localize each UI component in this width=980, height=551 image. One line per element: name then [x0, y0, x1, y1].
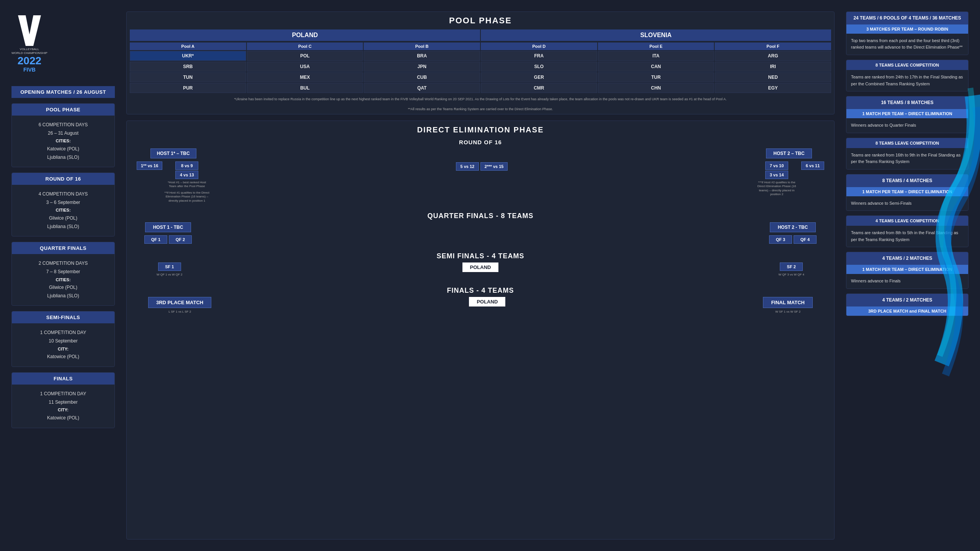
r16-cities: Gliwice (POL)Ljubliana (SLO) [16, 214, 110, 231]
qf-left-slots: QF 1 QF 2 [144, 235, 192, 244]
pool-team: USA [247, 62, 363, 72]
pool-team: MEX [247, 72, 363, 82]
pool-team: ITA [598, 51, 714, 61]
right-sf: 4 TEAMS / 2 MATCHES 1 MATCH PER TEAM – D… [846, 252, 969, 289]
sf1-sub: W QF 1 vs W QF 2 [156, 272, 183, 277]
r16-match-group-1: 1** vs 16 [137, 161, 162, 204]
r16-match1: 1** vs 16 [137, 161, 162, 170]
right-r16: 16 TEAMS / 8 MATCHES 1 MATCH PER TEAM – … [846, 96, 969, 133]
pool-header-a: Pool A [130, 42, 246, 50]
r16-match8: 6 vs 11 [801, 161, 824, 170]
pool-grid: Pool A Pool C Pool B Pool D Pool E Pool … [127, 41, 834, 95]
final-match-box: FINAL MATCH [763, 297, 813, 308]
right-r16-body: Winners advance to Quarter Finals [846, 118, 968, 133]
r16-bracket: HOST 1* – TBC 1** vs 16 8 vs 9 4 vs 13 *… [133, 148, 828, 204]
right-r16-header: 16 TEAMS / 8 MATCHES [846, 96, 968, 109]
third-place-box: 3RD PLACE MATCH [148, 297, 211, 308]
pool-footnote-1: *Ukraine has been invited to replace Rus… [127, 95, 834, 104]
pool-header-f: Pool F [715, 42, 831, 50]
finals-poland-box: POLAND [469, 297, 505, 306]
finals-bracket: 3RD PLACE MATCH L SF 1 vs L SF 2 POLAND … [133, 297, 828, 314]
pool-header-b: Pool B [364, 42, 480, 50]
right-leave1-body: Teams are ranked from 24th to 17th in th… [846, 70, 968, 91]
right-leave3-header: 4 TEAMS LEAVE COMPETITION [846, 216, 968, 226]
r16-cities-label: CITIES: [16, 207, 110, 214]
pool-team: GER [481, 72, 597, 82]
qf-days: 2 COMPETITION DAYS [16, 259, 110, 268]
qf-title: QUARTER FINALS - 8 TEAMS [133, 210, 828, 222]
qf3-slot: QF 3 [769, 235, 792, 244]
left-pool-phase-header: POOL PHASE [12, 104, 114, 116]
left-pool-phase-body: 6 COMPETITION DAYS 26 – 31 August CITIES… [12, 116, 114, 167]
r16-match-group-3: 7 vs 10 3 vs 14 ***If Host #2 qualifies … [754, 161, 800, 197]
qf-cities: Gliwice (POL)Ljubliana (SLO) [16, 284, 110, 300]
qf-host2-tbc: HOST 2 - TBC [770, 222, 816, 232]
left-qf-body: 2 COMPETITION DAYS 7 – 8 September CITIE… [12, 254, 114, 305]
host1-tbc-box: HOST 1* – TBC [150, 148, 196, 158]
right-column: 24 TEAMS / 6 POOLS OF 4 TEAMS / 36 MATCH… [842, 8, 972, 543]
right-finals-header: 4 TEAMS / 2 MATCHES [846, 294, 968, 306]
pool-header-c: Pool C [247, 42, 363, 50]
r16-note3: ***If Host #2 qualifies to the Direct El… [754, 180, 800, 197]
final-match-sub: W SF 1 vs W SF 2 [774, 310, 801, 314]
pool-team: TUR [598, 72, 714, 82]
qf-host1-tbc: HOST 1 - TBC [145, 222, 191, 232]
right-leave2: 8 TEAMS LEAVE COMPETITION Teams are rank… [846, 138, 969, 170]
qf-cities-label: CITIES: [16, 276, 110, 284]
pool-cities: Katowice (POL)Ljubliana (SLO) [16, 145, 110, 161]
pool-footnote-2: **All results as per the Teams Ranking S… [127, 104, 834, 114]
pool-team: PUR [130, 83, 246, 93]
pool-team: CUB [364, 72, 480, 82]
r16-center-matches: 5 vs 12 2*** vs 15 [456, 162, 508, 171]
r16-note2: **If Host #1 qualifies to the Direct Eli… [164, 190, 210, 204]
left-r16-body: 4 COMPETITION DAYS 3 – 6 September CITIE… [12, 185, 114, 236]
pool-cities-label: CITIES: [16, 137, 110, 145]
r16-left-matches: 1** vs 16 8 vs 9 4 vs 13 *Host #1 – best… [137, 161, 210, 204]
pool-team: BRA [364, 51, 480, 61]
right-qf-subheader: 1 MATCH PER TEAM – DIRECT ELIMINATION [846, 187, 968, 196]
pool-team: CMR [481, 83, 597, 93]
sf-right: SF 2 W QF 3 vs W QF 4 [777, 262, 805, 277]
qf-bracket: HOST 1 - TBC QF 1 QF 2 HOST 2 - TBC QF 3… [133, 222, 828, 244]
left-finals-card: FINALS 1 COMPETITION DAY 11 September CI… [11, 372, 115, 428]
sf1-slot: SF 1 [158, 262, 181, 271]
svg-marker-0 [18, 15, 41, 46]
qf-right: HOST 2 - TBC QF 3 QF 4 [769, 222, 817, 244]
de-title: DIRECT ELIMINATION PHASE [133, 126, 828, 137]
championship-text: VOLLEYBALLWORLD CHAMPIONSHIP 2022 FIVB [11, 47, 47, 73]
right-qf-header: 8 TEAMS / 4 MATCHES [846, 174, 968, 187]
pool-team: SRB [130, 62, 246, 72]
pool-team: SLO [481, 62, 597, 72]
slovenia-host-header: SLOVENIA [481, 29, 831, 41]
r16-right-side: HOST 2 – TBC 7 vs 10 3 vs 14 ***If Host … [754, 148, 824, 197]
de-section: DIRECT ELIMINATION PHASE ROUND OF 16 HOS… [126, 121, 835, 540]
r16-match2: 8 vs 9 [175, 161, 198, 170]
r16-match6: 7 vs 10 [765, 161, 788, 170]
host2-tbc-box: HOST 2 – TBC [766, 148, 812, 158]
left-r16-card: ROUND OF 16 4 COMPETITION DAYS 3 – 6 Sep… [11, 173, 115, 236]
qf2-slot: QF 2 [169, 235, 192, 244]
right-leave1-header: 8 TEAMS LEAVE COMPETITION [846, 60, 968, 70]
fivb-logo: VOLLEYBALLWORLD CHAMPIONSHIP 2022 FIVB [11, 15, 47, 73]
pool-team: EGY [715, 83, 831, 93]
pool-team: BUL [247, 83, 363, 93]
pool-hosts: POLAND SLOVENIA [127, 29, 834, 41]
r16-center-side: 5 vs 12 2*** vs 15 [456, 148, 508, 171]
pool-team: QAT [364, 83, 480, 93]
finals-dates: 11 September [16, 398, 110, 407]
sf-days: 1 COMPETITION DAY [16, 329, 110, 337]
pool-days: 6 COMPETITION DAYS [16, 121, 110, 129]
r16-left-side: HOST 1* – TBC 1** vs 16 8 vs 9 4 vs 13 *… [137, 148, 210, 204]
pool-team: CHN [598, 83, 714, 93]
left-qf-header: QUARTER FINALS [12, 242, 114, 254]
right-leave2-header: 8 TEAMS LEAVE COMPETITION [846, 138, 968, 148]
finals-city: Katowice (POL) [16, 414, 110, 422]
sf-city-label: CITY: [16, 346, 110, 353]
right-leave3-body: Teams are ranked from 8th to 5th in the … [846, 226, 968, 247]
r16-match-group-2: 8 vs 9 4 vs 13 *Host #1 – best ranked Ho… [164, 161, 210, 204]
r16-dates: 3 – 6 September [16, 199, 110, 207]
finals-city-label: CITY: [16, 406, 110, 414]
left-sf-header: SEMI-FINALS [12, 311, 114, 323]
right-sf-body: Winners advance to Finals [846, 274, 968, 289]
right-sf-subheader: 1 MATCH PER TEAM – DIRECT ELIMINATION [846, 265, 968, 274]
